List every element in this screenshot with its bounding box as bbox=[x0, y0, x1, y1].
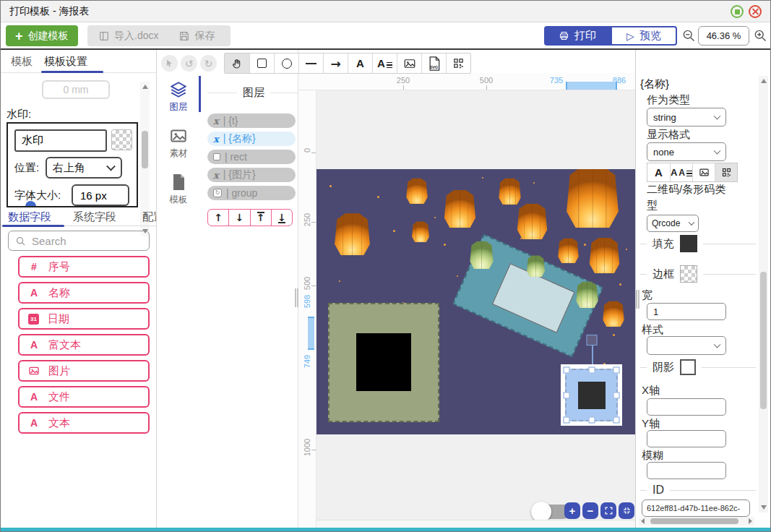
scroll-up-icon[interactable] bbox=[142, 85, 148, 89]
border-width-input[interactable] bbox=[647, 303, 726, 320]
create-template-button[interactable]: 创建模板 bbox=[6, 25, 78, 46]
redo-icon[interactable] bbox=[200, 55, 217, 72]
rectangle-tool-icon[interactable] bbox=[249, 53, 274, 73]
resize-handle[interactable] bbox=[564, 367, 570, 374]
watermark-text-input[interactable] bbox=[14, 129, 107, 152]
properties-horizontal-scrollbar[interactable] bbox=[639, 517, 754, 525]
rotation-handle[interactable] bbox=[586, 335, 597, 346]
arrow-tool-icon[interactable] bbox=[323, 53, 348, 73]
as-type-select[interactable]: string bbox=[647, 108, 726, 126]
tab-template[interactable]: 模板 bbox=[11, 55, 33, 69]
layer-item-name[interactable]: x| {名称} bbox=[207, 132, 296, 146]
tab-config[interactable]: 配置 bbox=[142, 210, 156, 224]
panel-resize-grip[interactable] bbox=[297, 288, 298, 307]
resize-handle[interactable] bbox=[588, 367, 595, 374]
sidebar-tab-assets[interactable]: 素材 bbox=[157, 126, 200, 160]
border-color-swatch[interactable] bbox=[680, 265, 697, 283]
field-item-serial[interactable]: 序号 bbox=[18, 256, 150, 278]
shadow-swatch[interactable] bbox=[680, 359, 696, 375]
tab-template-settings[interactable]: 模板设置 bbox=[44, 55, 87, 69]
shadow-x-input[interactable] bbox=[647, 398, 726, 416]
selected-qrcode-element[interactable] bbox=[561, 364, 622, 426]
zoom-in-icon[interactable] bbox=[753, 28, 767, 43]
resize-handle[interactable] bbox=[564, 392, 570, 398]
element-id-input[interactable] bbox=[642, 499, 750, 517]
scrollbar-thumb[interactable] bbox=[142, 131, 148, 168]
text-tool-icon[interactable] bbox=[348, 53, 372, 73]
print-button[interactable]: 打印 bbox=[544, 26, 611, 46]
move-up-button[interactable]: ↑ bbox=[208, 210, 228, 226]
zoom-out-icon[interactable] bbox=[681, 28, 696, 43]
shadow-blur-input[interactable] bbox=[647, 462, 726, 479]
layer-item-image[interactable]: x| {图片} bbox=[207, 168, 296, 182]
move-to-top-button[interactable]: ↑ bbox=[250, 210, 271, 226]
field-item-date[interactable]: 日期 bbox=[18, 308, 150, 330]
scroll-left-icon[interactable] bbox=[641, 518, 645, 524]
preview-button[interactable]: 预览 bbox=[611, 26, 677, 46]
field-item-name[interactable]: 名称 bbox=[18, 282, 150, 304]
canvas-zoom-in-button[interactable]: + bbox=[564, 502, 580, 519]
border-style-select[interactable] bbox=[647, 336, 726, 355]
field-item-richtext[interactable]: 富文本 bbox=[18, 334, 150, 356]
text-mode-icon[interactable] bbox=[647, 163, 670, 181]
search-input[interactable] bbox=[32, 235, 142, 247]
panel-resize-grip[interactable] bbox=[636, 290, 637, 309]
properties-scrollbar[interactable] bbox=[759, 76, 768, 512]
svg-tool-icon[interactable] bbox=[421, 53, 446, 73]
scroll-down-icon[interactable] bbox=[761, 505, 767, 510]
layer-item-group[interactable]: | group bbox=[207, 186, 296, 200]
sidebar-tab-layers[interactable]: 图层 bbox=[157, 80, 200, 113]
toggle-knob[interactable] bbox=[531, 502, 551, 522]
resize-handle[interactable] bbox=[588, 417, 595, 424]
hand-tool-icon[interactable] bbox=[225, 53, 249, 73]
panel-resize-grip[interactable] bbox=[295, 288, 296, 307]
barcode-type-select[interactable]: Qrcode bbox=[647, 215, 699, 232]
tab-system-fields[interactable]: 系统字段 bbox=[73, 210, 116, 224]
qrcode-tool-icon[interactable] bbox=[446, 53, 470, 73]
image-mode-icon[interactable] bbox=[692, 163, 715, 181]
sidebar-tab-templates[interactable]: 模板 bbox=[157, 173, 200, 206]
scrollbar-thumb[interactable] bbox=[760, 272, 767, 409]
fill-color-swatch[interactable] bbox=[680, 235, 697, 252]
qrcode-mode-icon[interactable] bbox=[715, 163, 737, 181]
line-tool-icon[interactable] bbox=[298, 53, 323, 73]
fit-expand-button[interactable] bbox=[600, 502, 616, 519]
move-down-button[interactable]: ↓ bbox=[228, 210, 249, 226]
field-item-file[interactable]: 文件 bbox=[18, 386, 150, 408]
close-icon[interactable] bbox=[749, 5, 762, 18]
move-to-bottom-button[interactable]: ↓ bbox=[271, 210, 292, 226]
watermark-color-swatch[interactable] bbox=[111, 129, 132, 150]
resize-handle[interactable] bbox=[564, 417, 570, 424]
import-docx-button[interactable]: 导入.docx bbox=[98, 30, 158, 43]
zoom-level-input[interactable] bbox=[698, 26, 749, 46]
resize-handle[interactable] bbox=[613, 392, 620, 398]
save-button[interactable]: 保存 bbox=[178, 30, 215, 43]
undo-icon[interactable] bbox=[181, 55, 197, 72]
poster[interactable] bbox=[316, 169, 635, 434]
select-tool-icon[interactable] bbox=[161, 55, 178, 72]
circle-tool-icon[interactable] bbox=[274, 53, 298, 73]
scroll-right-icon[interactable] bbox=[749, 518, 752, 524]
tab-data-fields[interactable]: 数据字段 bbox=[8, 210, 51, 224]
display-format-select[interactable]: none bbox=[647, 142, 726, 161]
position-select[interactable]: 右上角 bbox=[46, 157, 122, 179]
richtext-mode-icon[interactable]: A bbox=[670, 163, 692, 181]
canvas-zoom-out-button[interactable]: − bbox=[582, 502, 598, 519]
layer-item-rect[interactable]: | rect bbox=[207, 150, 296, 164]
shadow-y-input[interactable] bbox=[647, 430, 726, 447]
maximize-icon[interactable] bbox=[731, 5, 744, 18]
image-tool-icon[interactable] bbox=[397, 53, 421, 73]
resize-handle[interactable] bbox=[613, 367, 620, 374]
layer-item-t[interactable]: x| {t} bbox=[207, 113, 296, 128]
margin-input[interactable] bbox=[42, 80, 110, 99]
radio-clipped[interactable] bbox=[25, 201, 36, 207]
fit-compress-button[interactable] bbox=[619, 502, 634, 519]
qrcode-element-large[interactable] bbox=[328, 303, 439, 422]
panel-resize-grip[interactable] bbox=[638, 290, 639, 309]
scroll-up-icon[interactable] bbox=[761, 79, 767, 83]
richtext-tool-icon[interactable] bbox=[372, 53, 397, 73]
field-item-image[interactable]: 图片 bbox=[18, 360, 150, 382]
font-size-input[interactable] bbox=[72, 184, 129, 206]
field-item-text[interactable]: 文本 bbox=[18, 412, 150, 434]
resize-handle[interactable] bbox=[613, 417, 620, 424]
